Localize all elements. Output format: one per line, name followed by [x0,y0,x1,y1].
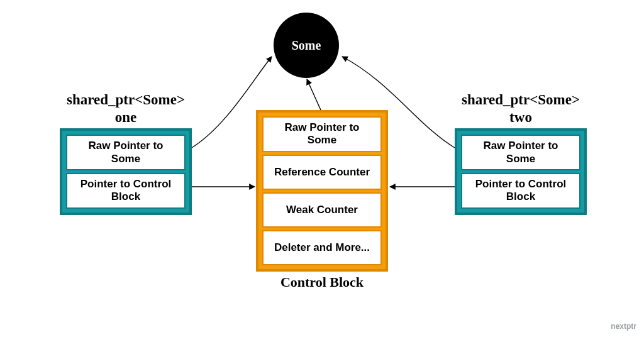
shared-ptr-one-raw: Raw Pointer to Some [66,135,186,170]
shared-ptr-one-ctrlptr: Pointer to Control Block [66,173,186,209]
diagram-canvas: Some shared_ptr<Some> one Raw Pointer to… [0,0,644,337]
control-block: Raw Pointer to Some Reference Counter We… [256,110,388,290]
watermark: nextptr [611,322,636,331]
shared-ptr-one: shared_ptr<Some> one Raw Pointer to Some… [60,91,192,215]
shared-ptr-two-raw: Raw Pointer to Some [461,135,580,170]
shared-ptr-two-body: Raw Pointer to Some Pointer to Control B… [455,128,587,215]
ctrl-ref-counter: Reference Counter [262,155,382,190]
shared-ptr-two: shared_ptr<Some> two Raw Pointer to Some… [455,91,587,215]
shared-ptr-one-title: shared_ptr<Some> one [60,91,192,126]
control-block-title: Control Block [256,274,388,290]
ctrl-weak-counter: Weak Counter [262,192,382,228]
shared-ptr-two-title: shared_ptr<Some> two [455,91,587,126]
control-block-body: Raw Pointer to Some Reference Counter We… [256,110,388,272]
shared-ptr-two-ctrlptr: Pointer to Control Block [461,173,580,209]
ctrl-deleter: Deleter and More... [262,230,382,265]
arrow-ctrl-raw-to-some [307,79,321,110]
object-label: Some [292,38,321,53]
object-circle-some: Some [274,13,339,78]
ctrl-raw-ptr: Raw Pointer to Some [262,116,382,152]
shared-ptr-one-body: Raw Pointer to Some Pointer to Control B… [60,128,192,215]
